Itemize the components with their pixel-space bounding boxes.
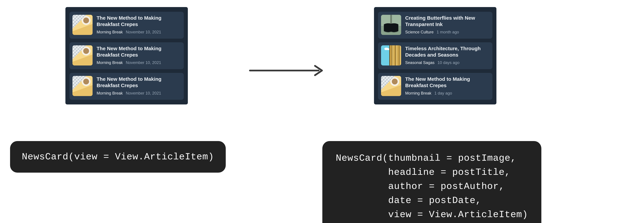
headline: Creating Butterflies with New Transparen… [405, 15, 488, 27]
news-meta: Science Culture 1 month ago [405, 30, 488, 35]
news-card: The New Method to Making Breakfast Crepe… [70, 73, 184, 100]
code-block-before: NewsCard(view = View.ArticleItem) [10, 141, 226, 173]
thumbnail-architecture-icon [381, 45, 401, 66]
date: 1 day ago [434, 91, 452, 96]
news-card-body: Timeless Architecture, Through Decades a… [405, 45, 488, 65]
author: Morning Break [96, 30, 123, 35]
news-meta: Morning Break 1 day ago [405, 91, 488, 96]
news-card: Timeless Architecture, Through Decades a… [378, 42, 492, 69]
news-card: Creating Butterflies with New Transparen… [378, 12, 492, 39]
news-card: The New Method to Making Breakfast Crepe… [70, 12, 184, 39]
author: Morning Break [405, 91, 431, 96]
code-line: NewsCard(thumbnail = postImage, [336, 153, 516, 163]
date: 1 month ago [436, 30, 459, 35]
news-meta: Morning Break November 10, 2021 [96, 30, 180, 35]
news-card: The New Method to Making Breakfast Crepe… [70, 42, 184, 69]
code-block-after: NewsCard(thumbnail = postImage, headline… [322, 141, 541, 223]
author: Morning Break [96, 91, 123, 96]
headline: The New Method to Making Breakfast Crepe… [96, 45, 180, 58]
news-meta: Morning Break November 10, 2021 [96, 91, 180, 96]
news-card-body: The New Method to Making Breakfast Crepe… [96, 76, 180, 96]
news-card-body: The New Method to Making Breakfast Crepe… [405, 76, 488, 96]
news-card-body: The New Method to Making Breakfast Crepe… [96, 45, 180, 65]
code-line: author = postAuthor, [336, 181, 505, 192]
thumbnail-butterfly-icon [381, 15, 401, 35]
news-card: The New Method to Making Breakfast Crepe… [378, 73, 492, 100]
news-meta: Morning Break November 10, 2021 [96, 60, 180, 65]
headline: Timeless Architecture, Through Decades a… [405, 45, 488, 58]
date: November 10, 2021 [126, 60, 161, 65]
thumbnail-crepes-icon [381, 76, 401, 96]
code-text: NewsCard(view = View.ArticleItem) [22, 151, 214, 162]
arrow-icon [248, 64, 327, 77]
author: Science Culture [405, 30, 434, 35]
diagram-canvas: The New Method to Making Breakfast Crepe… [0, 0, 644, 223]
news-panel-before: The New Method to Making Breakfast Crepe… [66, 7, 188, 104]
news-meta: Seasonal Sagas 10 days ago [405, 60, 488, 65]
thumbnail-crepes-icon [72, 45, 92, 66]
code-line: headline = postTitle, [336, 167, 510, 178]
code-line: view = View.ArticleItem) [336, 209, 528, 220]
date: November 10, 2021 [126, 91, 161, 96]
author: Seasonal Sagas [405, 60, 434, 65]
code-line: date = postDate, [336, 195, 481, 206]
news-card-body: The New Method to Making Breakfast Crepe… [96, 15, 180, 35]
thumbnail-crepes-icon [72, 15, 92, 35]
thumbnail-crepes-icon [72, 76, 92, 96]
date: 10 days ago [438, 60, 460, 65]
headline: The New Method to Making Breakfast Crepe… [96, 76, 180, 89]
date: November 10, 2021 [126, 30, 161, 35]
headline: The New Method to Making Breakfast Crepe… [96, 15, 180, 27]
news-panel-after: Creating Butterflies with New Transparen… [374, 7, 496, 104]
author: Morning Break [96, 60, 123, 65]
headline: The New Method to Making Breakfast Crepe… [405, 76, 488, 89]
news-card-body: Creating Butterflies with New Transparen… [405, 15, 488, 35]
